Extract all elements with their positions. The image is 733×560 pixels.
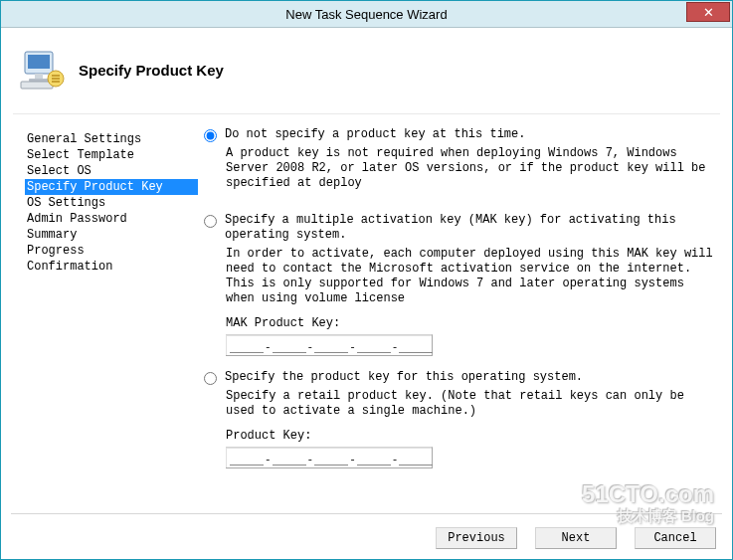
option-retail-key-label: Specify the product key for this operati… (225, 370, 583, 385)
sidebar-item-select-template[interactable]: Select Template (25, 147, 198, 163)
svg-rect-2 (35, 74, 43, 79)
page-title: Specify Product Key (79, 62, 224, 79)
option-retail-key-desc: Specify a retail product key. (Note that… (226, 389, 718, 419)
option-mak-key-label: Specify a multiple activation key (MAK k… (225, 213, 718, 243)
mak-seg-4[interactable] (357, 338, 391, 353)
mak-key-label: MAK Product Key: (226, 316, 718, 330)
retail-seg-3[interactable] (314, 451, 348, 466)
wizard-footer: Previous Next Cancel (11, 513, 722, 549)
svg-rect-7 (52, 75, 60, 77)
mak-seg-2[interactable] (273, 338, 306, 353)
sidebar-item-confirmation[interactable]: Confirmation (25, 259, 198, 275)
sidebar-item-select-os[interactable]: Select OS (25, 163, 198, 179)
wizard-window: New Task Sequence Wizard ✕ Specify (0, 0, 733, 560)
window-title: New Task Sequence Wizard (285, 7, 447, 22)
sidebar-item-specify-product-key[interactable]: Specify Product Key (25, 179, 198, 195)
wizard-body: Specify Product Key General SettingsSele… (1, 28, 732, 559)
mak-seg-1[interactable] (230, 338, 264, 353)
cancel-button[interactable]: Cancel (635, 527, 716, 549)
retail-seg-2[interactable] (273, 451, 306, 466)
close-icon: ✕ (703, 5, 714, 20)
retail-key-label: Product Key: (226, 429, 718, 443)
previous-button[interactable]: Previous (436, 527, 517, 549)
option-no-key[interactable]: Do not specify a product key at this tim… (204, 127, 718, 142)
radio-mak-key[interactable] (204, 215, 217, 228)
option-mak-key-desc: In order to activate, each computer depl… (226, 247, 718, 306)
mak-key-input[interactable]: - - - - (226, 334, 433, 356)
sidebar-item-general-settings[interactable]: General Settings (25, 131, 198, 147)
mak-seg-3[interactable] (314, 338, 348, 353)
sidebar-item-os-settings[interactable]: OS Settings (25, 195, 198, 211)
sidebar-nav: General SettingsSelect TemplateSelect OS… (11, 121, 198, 513)
svg-rect-8 (52, 81, 60, 83)
retail-seg-1[interactable] (230, 451, 264, 466)
option-no-key-desc: A product key is not required when deplo… (226, 146, 718, 191)
sidebar-item-admin-password[interactable]: Admin Password (25, 211, 198, 227)
radio-retail-key[interactable] (204, 372, 217, 385)
radio-no-key[interactable] (204, 129, 217, 142)
svg-rect-1 (28, 55, 50, 69)
svg-rect-6 (52, 78, 60, 80)
next-button[interactable]: Next (535, 527, 617, 549)
wizard-header: Specify Product Key (13, 38, 720, 114)
titlebar: New Task Sequence Wizard ✕ (1, 1, 732, 28)
mak-seg-5[interactable] (399, 338, 433, 353)
option-mak-key[interactable]: Specify a multiple activation key (MAK k… (204, 213, 718, 243)
sidebar-item-summary[interactable]: Summary (25, 227, 198, 243)
retail-key-input[interactable]: - - - - (226, 447, 433, 468)
option-no-key-label: Do not specify a product key at this tim… (225, 127, 525, 142)
computer-icon (19, 48, 65, 92)
close-button[interactable]: ✕ (686, 2, 730, 22)
retail-seg-5[interactable] (399, 451, 433, 466)
svg-rect-4 (21, 82, 53, 89)
content-area: General SettingsSelect TemplateSelect OS… (11, 121, 722, 513)
option-retail-key[interactable]: Specify the product key for this operati… (204, 370, 718, 385)
main-pane: Do not specify a product key at this tim… (198, 121, 722, 513)
retail-seg-4[interactable] (357, 451, 391, 466)
sidebar-item-progress[interactable]: Progress (25, 243, 198, 259)
